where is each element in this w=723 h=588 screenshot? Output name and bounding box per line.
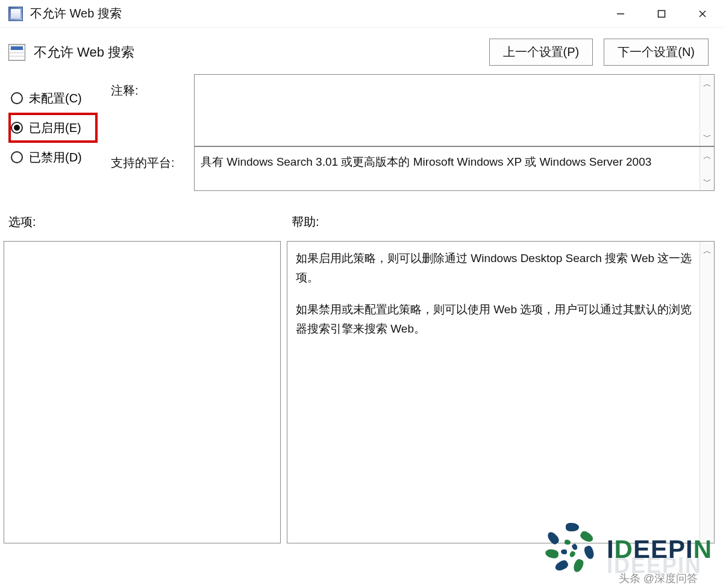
scroll-up-icon[interactable]: ︿ [703, 75, 712, 93]
radio-label: 未配置(C) [29, 90, 82, 107]
minimize-icon [616, 10, 625, 18]
radio-icon [11, 151, 23, 163]
lower-panes: 如果启用此策略，则可以删除通过 Windows Desktop Search 搜… [0, 230, 723, 543]
supported-platforms-box: 具有 Windows Search 3.01 或更高版本的 Mirosoft W… [194, 146, 715, 191]
lower-labels: 选项: 帮助: [0, 199, 723, 230]
spiral-logo-icon [543, 522, 598, 577]
radio-icon-selected [11, 122, 23, 134]
scrollbar[interactable]: ︿ ﹀ [700, 147, 714, 190]
radio-label: 已禁用(D) [29, 149, 82, 166]
comment-input[interactable]: ︿ ﹀ [194, 74, 715, 146]
radio-label: 已启用(E) [29, 120, 81, 136]
supported-label: 支持的平台: [111, 146, 188, 191]
window-controls [600, 0, 723, 28]
maximize-button[interactable] [641, 0, 682, 28]
scrollbar[interactable]: ︿ ﹀ [700, 75, 714, 146]
help-paragraph-2: 如果禁用或未配置此策略，则可以使用 Web 选项，用户可以通过其默认的浏览器搜索… [296, 300, 696, 339]
policy-title: 不允许 Web 搜索 [34, 43, 134, 61]
brand-text: IDEEPIN IDEEPIN [607, 535, 712, 564]
app-icon [8, 7, 23, 21]
scroll-up-icon[interactable]: ︿ [703, 242, 712, 261]
radio-icon [11, 92, 23, 104]
credit-text: 头条 @深度问答 [619, 571, 698, 586]
policy-icon [8, 44, 25, 61]
help-pane: 如果启用此策略，则可以删除通过 Windows Desktop Search 搜… [287, 241, 715, 543]
comment-label: 注释: [111, 74, 188, 146]
window-title: 不允许 Web 搜索 [30, 5, 122, 22]
next-setting-button[interactable]: 下一个设置(N) [604, 39, 709, 66]
close-button[interactable] [682, 0, 723, 28]
scrollbar[interactable]: ︿ [700, 242, 714, 543]
titlebar: 不允许 Web 搜索 [0, 0, 723, 28]
scroll-down-icon[interactable]: ﹀ [703, 128, 712, 146]
scroll-up-icon[interactable]: ︿ [703, 147, 712, 165]
state-radio-group: 未配置(C) 已启用(E) 已禁用(D) [8, 74, 105, 191]
supported-platforms-text: 具有 Windows Search 3.01 或更高版本的 Mirosoft W… [201, 155, 651, 168]
radio-disabled[interactable]: 已禁用(D) [8, 143, 105, 172]
close-icon [698, 10, 707, 18]
nav-buttons: 上一个设置(P) 下一个设置(N) [489, 39, 713, 66]
watermark: IDEEPIN IDEEPIN [543, 522, 712, 577]
policy-form: 未配置(C) 已启用(E) 已禁用(D) 注释: ︿ ﹀ 支持的平台: 具有 W… [0, 68, 723, 199]
options-pane [4, 241, 281, 543]
svg-rect-1 [659, 10, 665, 17]
options-label: 选项: [8, 214, 292, 230]
previous-setting-button[interactable]: 上一个设置(P) [489, 39, 593, 66]
help-paragraph-1: 如果启用此策略，则可以删除通过 Windows Desktop Search 搜… [296, 249, 696, 288]
policy-header: 不允许 Web 搜索 上一个设置(P) 下一个设置(N) [0, 28, 723, 68]
radio-not-configured[interactable]: 未配置(C) [8, 84, 105, 113]
maximize-icon [657, 10, 666, 18]
scroll-down-icon[interactable]: ﹀ [703, 172, 712, 190]
help-label: 帮助: [292, 214, 319, 230]
radio-enabled[interactable]: 已启用(E) [8, 113, 98, 143]
minimize-button[interactable] [600, 0, 641, 28]
